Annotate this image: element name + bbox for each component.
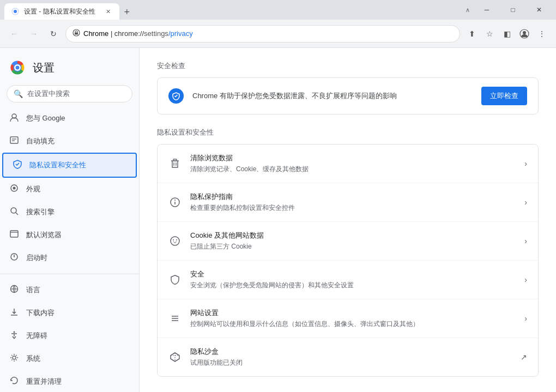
sidebar-item-downloads[interactable]: 下载内容 [0, 301, 139, 324]
security-shield-icon [168, 273, 182, 286]
sidebar-item-google[interactable]: 您与 Google [0, 107, 139, 130]
svg-point-26 [14, 331, 15, 333]
user-icon [9, 112, 20, 124]
settings-item-desc: 试用版功能已关闭 [190, 358, 512, 367]
settings-item-title: 安全 [190, 269, 516, 279]
external-link-icon: ↗ [521, 353, 527, 361]
svg-point-16 [11, 208, 16, 213]
sidebar-item-label: 默认浏览器 [26, 230, 62, 240]
new-tab-button[interactable]: + [119, 4, 135, 20]
close-button[interactable]: ✕ [527, 1, 552, 19]
tab-title: 设置 - 隐私设置和安全性 [24, 7, 95, 16]
sidebar-item-label: 无障碍 [26, 331, 47, 341]
settings-item-desc: 检查重要的隐私控制设置和安全控件 [190, 203, 516, 213]
menu-button[interactable]: ⋮ [534, 26, 549, 41]
main-layout: 设置 🔍 在设置中搜索 您与 Google 自动填充 隐 [0, 48, 556, 392]
settings-item-desc: 控制网站可以使用和显示什么信息（如位置信息、摄像头、弹出式窗口及其他） [190, 319, 516, 329]
sidebar-item-appearance[interactable]: 外观 [0, 178, 139, 201]
svg-point-41 [171, 237, 179, 245]
search-placeholder: 在设置中搜索 [27, 89, 70, 99]
svg-rect-11 [10, 137, 18, 143]
svg-rect-18 [10, 231, 18, 237]
sidebar-item-language[interactable]: 语言 [0, 279, 139, 301]
settings-item-content: 清除浏览数据 清除浏览记录、Cookie、缓存及其他数据 [190, 153, 516, 174]
svg-point-42 [173, 239, 174, 240]
sidebar-item-label: 搜索引擎 [26, 207, 55, 217]
share-button[interactable]: ⬆ [464, 26, 480, 41]
settings-item-content: 隐私沙盒 试用版功能已关闭 [190, 347, 512, 367]
bookmark-button[interactable]: ☆ [482, 26, 497, 41]
svg-point-44 [174, 242, 176, 243]
toolbar-icons: ⬆ ☆ ◧ ⋮ [464, 26, 549, 41]
privacy-guide-icon [168, 196, 182, 209]
sidebar-item-autofill[interactable]: 自动填充 [0, 130, 139, 153]
settings-item-title: Cookie 及其他网站数据 [190, 231, 516, 240]
sidebar-item-startup[interactable]: 启动时 [0, 246, 139, 269]
svg-point-22 [14, 256, 15, 257]
safety-check-button[interactable]: 立即检查 [481, 87, 527, 105]
sidebar-item-accessibility[interactable]: 无障碍 [0, 324, 139, 347]
settings-item-private-sandbox[interactable]: 隐私沙盒 试用版功能已关闭 ↗ [158, 338, 538, 376]
sidebar-item-label: 下载内容 [26, 308, 55, 318]
settings-item-content: 安全 安全浏览（保护您免受危险网站的侵害）和其他安全设置 [190, 269, 516, 290]
sidebar-item-system[interactable]: 系统 [0, 347, 139, 370]
sidebar-item-privacy[interactable]: 隐私设置和安全性 [2, 153, 137, 178]
sidebar-header: 设置 [0, 52, 139, 85]
settings-item-privacy-guide[interactable]: 隐私保护指南 检查重要的隐私控制设置和安全控件 › [158, 183, 538, 222]
svg-point-43 [176, 239, 177, 240]
privacy-section-title: 隐私设置和安全性 [157, 128, 539, 137]
svg-rect-2 [75, 33, 78, 35]
svg-point-27 [13, 356, 16, 359]
forward-button[interactable]: → [26, 26, 41, 41]
svg-point-45 [173, 242, 174, 242]
chevron-right-icon: › [524, 159, 527, 168]
url-bar[interactable]: Chrome | chrome://settings/privacy [65, 25, 460, 43]
settings-item-cookies[interactable]: Cookie 及其他网站数据 已阻止第三方 Cookie › [158, 222, 538, 261]
settings-item-content: Cookie 及其他网站数据 已阻止第三方 Cookie [190, 231, 516, 251]
svg-rect-35 [173, 159, 177, 161]
minimize-button[interactable]: ─ [474, 1, 499, 19]
svg-point-4 [523, 31, 526, 34]
active-tab[interactable]: 设置 - 隐私设置和安全性 ✕ [4, 3, 119, 20]
content-area: 安全检查 Chrome 有助于保护您免受数据泄露、不良扩展程序等问题的影响 立即… [140, 48, 556, 392]
settings-item-clear-browsing[interactable]: 清除浏览数据 清除浏览记录、Cookie、缓存及其他数据 › [158, 144, 538, 183]
settings-item-security[interactable]: 安全 安全浏览（保护您免受危险网站的侵害）和其他安全设置 › [158, 261, 538, 299]
settings-item-title: 网站设置 [190, 308, 516, 318]
settings-item-title: 清除浏览数据 [190, 153, 516, 163]
sidebar-item-label: 您与 Google [26, 113, 65, 123]
startup-icon [9, 252, 20, 264]
settings-item-title: 隐私沙盒 [190, 347, 512, 357]
tab-close-button[interactable]: ✕ [104, 7, 113, 16]
trash-icon [168, 157, 182, 170]
sidebar-item-label: 语言 [26, 285, 40, 295]
sidebar-item-search[interactable]: 搜索引擎 [0, 201, 139, 224]
sidebar: 设置 🔍 在设置中搜索 您与 Google 自动填充 隐 [0, 48, 140, 392]
sandbox-icon [168, 351, 182, 364]
profile-button[interactable] [517, 26, 532, 41]
chrome-logo-icon [9, 59, 26, 76]
sidebar-item-label: 隐私设置和安全性 [29, 160, 86, 170]
maximize-button[interactable]: □ [500, 1, 525, 19]
search-engine-icon [9, 206, 20, 218]
search-box[interactable]: 🔍 在设置中搜索 [7, 85, 132, 102]
sidebar-item-browser[interactable]: 默认浏览器 [0, 224, 139, 246]
back-button[interactable]: ← [7, 26, 22, 41]
url-brand: Chrome [83, 29, 108, 38]
search-icon: 🔍 [14, 89, 23, 98]
sidebar-item-label: 启动时 [26, 253, 47, 263]
sidebar-item-label: 外观 [26, 184, 40, 194]
tab-search-button[interactable]: ◧ [499, 26, 515, 41]
url-path: settings [144, 29, 168, 38]
settings-item-content: 隐私保护指南 检查重要的隐私控制设置和安全控件 [190, 192, 516, 213]
sidebar-item-label: 系统 [26, 354, 40, 364]
settings-item-site-settings[interactable]: 网站设置 控制网站可以使用和显示什么信息（如位置信息、摄像头、弹出式窗口及其他）… [158, 299, 538, 338]
settings-item-desc: 安全浏览（保护您免受危险网站的侵害）和其他安全设置 [190, 281, 516, 290]
chevron-right-icon: › [524, 198, 527, 207]
sidebar-item-reset[interactable]: 重置并清理 [0, 370, 139, 392]
settings-item-title: 隐私保护指南 [190, 192, 516, 202]
tab-area: 设置 - 隐私设置和安全性 ✕ + [4, 0, 463, 20]
settings-list: 清除浏览数据 清除浏览记录、Cookie、缓存及其他数据 › 隐私保护指南 检查… [157, 144, 539, 377]
reload-button[interactable]: ↻ [46, 26, 61, 41]
svg-point-15 [13, 187, 16, 190]
sidebar-item-label: 自动填充 [26, 136, 55, 146]
